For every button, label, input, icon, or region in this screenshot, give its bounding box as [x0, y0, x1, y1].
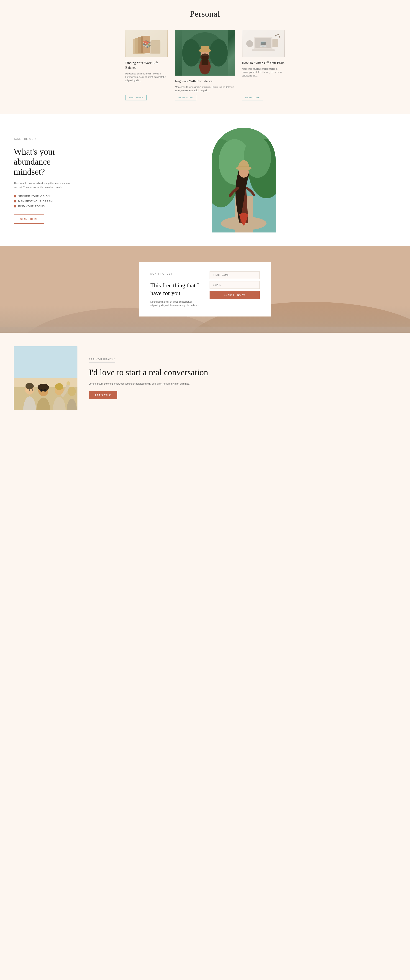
conversation-section: ARE YOU READY? I'd love to start a real …: [0, 332, 410, 424]
svg-rect-7: [151, 40, 160, 54]
freebie-card: DON'T FORGET This free thing that I have…: [139, 262, 271, 317]
card-2-read-more[interactable]: READ MORE: [175, 95, 196, 100]
quiz-description: This sample quiz was built using the fre…: [14, 181, 77, 189]
card-1-image: [125, 30, 168, 57]
card-3-read-more[interactable]: READ MORE: [242, 95, 263, 100]
svg-rect-15: [201, 46, 209, 51]
quiz-left-panel: TAKE THE QUIZ What's your abundance mind…: [14, 137, 77, 223]
send-it-now-button[interactable]: SEND IT NOW!: [209, 291, 260, 299]
svg-rect-5: [143, 36, 150, 53]
svg-rect-118: [14, 346, 77, 378]
svg-rect-21: [252, 49, 275, 51]
quiz-list-item-3: FIND YOUR FOCUS: [14, 205, 77, 208]
quiz-list-item-1: SECURE YOUR VISION: [14, 195, 77, 198]
lets-talk-button[interactable]: LET'S TALK: [89, 391, 117, 399]
svg-point-25: [278, 34, 279, 35]
books-icon: [125, 30, 168, 57]
start-quiz-button[interactable]: START HERE: [14, 215, 44, 224]
conversation-section-label: ARE YOU READY?: [89, 358, 115, 363]
conversation-image: [14, 346, 77, 410]
card-2-excerpt: Maecenas faucibus mollis interdum. Lorem…: [175, 85, 235, 92]
svg-point-10: [182, 39, 201, 67]
svg-point-135: [67, 382, 70, 385]
svg-point-24: [275, 35, 276, 37]
freebie-left-panel: DON'T FORGET This free thing that I have…: [150, 271, 201, 308]
card-2-image: [175, 30, 235, 76]
card-2-title: Negotiate With Confidence: [175, 79, 235, 84]
blog-card-1: Finding Your Work Life Balance Maecenas …: [125, 30, 168, 100]
blog-grid: Finding Your Work Life Balance Maecenas …: [125, 30, 285, 100]
card-1-title: Finding Your Work Life Balance: [125, 60, 168, 70]
quiz-list-item-2: MANIFEST YOUR DREAM: [14, 200, 77, 203]
conversation-description: Lorem ipsum dolor sit amet, consectetuer…: [89, 382, 396, 386]
svg-point-137: [68, 387, 76, 396]
blog-card-2: Negotiate With Confidence Maecenas fauci…: [175, 30, 235, 100]
freebie-title: This free thing that I have for you: [150, 282, 201, 297]
conversation-right-panel: ARE YOU READY? I'd love to start a real …: [89, 357, 396, 399]
freebie-right-panel: SEND IT NOW!: [209, 271, 260, 299]
quiz-title: What's your abundance mindset?: [14, 147, 77, 177]
quiz-section: TAKE THE QUIZ What's your abundance mind…: [0, 114, 410, 246]
blog-section: Personal Finding Your Work Life Balance …: [0, 0, 410, 114]
svg-point-11: [209, 39, 228, 67]
card-3-image: [242, 30, 285, 57]
quiz-right-panel: [91, 128, 396, 232]
card-3-title: How To Switch Off Your Brain: [242, 60, 285, 65]
woman-nature-arch-icon: [212, 128, 276, 232]
desktop-workspace-icon: [242, 30, 285, 57]
first-name-input[interactable]: [209, 271, 260, 279]
arch-image-container: [212, 128, 276, 232]
quiz-list: SECURE YOUR VISION MANIFEST YOUR DREAM F…: [14, 195, 77, 208]
svg-rect-41: [0, 327, 410, 332]
conversation-title: I'd love to start a real conversation: [89, 367, 396, 378]
svg-point-22: [246, 40, 253, 47]
freebie-description: Lorem ipsum dolor sit amet, consectetuer…: [150, 300, 201, 307]
card-1-excerpt: Maecenas faucibus mollis interdum. Lorem…: [125, 72, 168, 92]
svg-point-128: [38, 383, 49, 391]
quiz-section-label: TAKE THE QUIZ: [14, 138, 37, 142]
freebie-section: DON'T FORGET This free thing that I have…: [0, 246, 410, 332]
woman-greenhouse-icon: [175, 30, 235, 76]
svg-point-122: [26, 383, 34, 389]
svg-point-129: [40, 389, 43, 391]
svg-rect-23: [273, 39, 278, 47]
svg-rect-20: [255, 38, 271, 48]
friends-group-icon: [14, 346, 77, 410]
svg-rect-17: [202, 56, 208, 65]
svg-point-130: [43, 389, 47, 391]
email-input[interactable]: [209, 281, 260, 289]
freebie-section-label: DON'T FORGET: [150, 272, 173, 277]
blog-card-3: How To Switch Off Your Brain Maecenas fa…: [242, 30, 285, 100]
svg-rect-0: [126, 30, 167, 57]
svg-point-134: [55, 383, 63, 390]
card-1-read-more[interactable]: READ MORE: [125, 95, 147, 100]
svg-point-26: [279, 36, 280, 38]
card-3-excerpt: Maecenas faucibus mollis interdum. Lorem…: [242, 67, 285, 92]
site-title: Personal: [14, 9, 396, 19]
